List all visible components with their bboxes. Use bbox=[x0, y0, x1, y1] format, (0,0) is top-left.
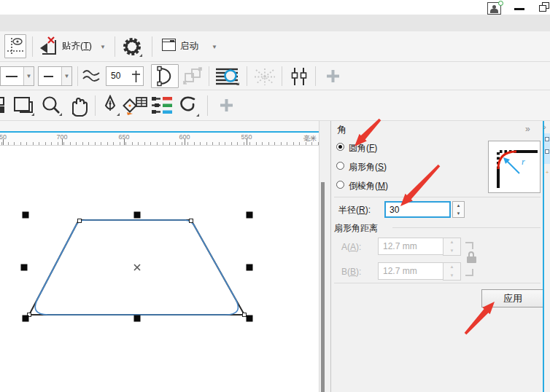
snap-menu[interactable]: 贴齐(T) bbox=[62, 41, 92, 51]
close-docker-icon[interactable]: › bbox=[543, 122, 546, 131]
outline-style-select[interactable]: ▼ bbox=[0, 66, 34, 86]
corner-docker-tab[interactable] bbox=[544, 133, 550, 164]
horizontal-ruler[interactable]: 毫米 50700650600550 bbox=[0, 133, 319, 146]
selection-handle[interactable] bbox=[23, 212, 29, 219]
restore-icon[interactable] bbox=[539, 2, 550, 12]
ruler-minor-tick bbox=[95, 142, 96, 145]
option-chamfer-corner[interactable]: 倒棱角(M) bbox=[336, 180, 388, 190]
ruler-minor-tick bbox=[8, 142, 9, 145]
drawing-canvas[interactable] bbox=[0, 146, 319, 392]
add-icon[interactable] bbox=[326, 69, 340, 83]
minimize-icon[interactable] bbox=[514, 8, 524, 10]
interactive-fill-icon[interactable] bbox=[150, 95, 174, 116]
ruler-minor-tick bbox=[39, 142, 39, 145]
ruler-minor-tick bbox=[175, 142, 176, 145]
ruler-minor-tick bbox=[51, 142, 52, 145]
ruler-minor-tick bbox=[132, 142, 133, 145]
menu-band bbox=[0, 15, 550, 31]
ruler-number: 50 bbox=[0, 133, 7, 141]
ruler-minor-tick bbox=[125, 142, 126, 145]
collapse-docker-icon[interactable]: » bbox=[525, 124, 530, 134]
ruler-minor-tick bbox=[287, 142, 287, 145]
ruler-minor-tick bbox=[163, 142, 163, 145]
ruler-number: 650 bbox=[118, 133, 129, 141]
distance-b-input[interactable] bbox=[378, 262, 444, 280]
selection-handle[interactable] bbox=[247, 315, 253, 322]
curve-node[interactable] bbox=[243, 313, 247, 317]
guidelines-visibility-button[interactable] bbox=[4, 34, 26, 58]
add-docker-icon[interactable]: + bbox=[544, 169, 550, 176]
import-close-icon bbox=[38, 36, 58, 56]
selection-handle[interactable] bbox=[247, 264, 253, 271]
shape-table-tool-icon[interactable] bbox=[123, 95, 149, 117]
selection-handle[interactable] bbox=[134, 315, 141, 322]
corner-docker-panel: 角 » 圆角(F) 扇形角(S) 倒棱角(M) r 半径(R): ▲ ▼ 扇形角… bbox=[330, 121, 543, 392]
ruler-minor-tick bbox=[187, 142, 188, 145]
pen-tool[interactable] bbox=[100, 95, 120, 117]
zoom-tool[interactable] bbox=[39, 95, 63, 117]
ruler-number: 550 bbox=[241, 133, 252, 141]
user-status-icon[interactable] bbox=[487, 2, 501, 15]
vertical-scrollbar[interactable] bbox=[319, 121, 330, 392]
ruler-minor-tick bbox=[299, 142, 300, 145]
ruler-minor-tick bbox=[237, 142, 238, 145]
ruler-minor-tick bbox=[33, 142, 34, 145]
selection-handle[interactable] bbox=[247, 212, 253, 219]
ruler-minor-tick bbox=[1, 142, 2, 145]
rectangle-tool[interactable] bbox=[12, 95, 35, 117]
outline-width-select[interactable]: ▼ bbox=[38, 66, 72, 86]
pan-tool-icon[interactable] bbox=[67, 94, 90, 117]
options-button[interactable] bbox=[121, 36, 143, 58]
distance-a-spinner: ▲▼ bbox=[443, 238, 461, 256]
starburst-icon bbox=[254, 68, 276, 86]
standard-toolbar: 贴齐(T) ▼ 启动 ▼ bbox=[0, 31, 550, 62]
smoothness-value: 50 bbox=[111, 71, 120, 81]
smoothness-stepper[interactable]: 50 bbox=[106, 66, 144, 86]
smoothness-icon bbox=[82, 68, 101, 84]
sliders-icon bbox=[289, 67, 309, 86]
selection-handle[interactable] bbox=[23, 315, 29, 322]
ruler-minor-tick bbox=[150, 142, 151, 145]
curve-node[interactable] bbox=[190, 219, 193, 223]
add-icon[interactable] bbox=[220, 98, 233, 112]
radius-symbol: r bbox=[522, 157, 525, 167]
ruler-minor-tick bbox=[63, 142, 64, 145]
chevron-down-icon: ▼ bbox=[23, 67, 34, 85]
radius-input[interactable] bbox=[384, 201, 451, 218]
ruler-number: 700 bbox=[56, 133, 67, 141]
revert-import-button[interactable] bbox=[38, 36, 58, 56]
ruler-minor-tick bbox=[70, 142, 71, 145]
radius-spinner[interactable]: ▲ ▼ bbox=[452, 201, 465, 218]
selection-handle[interactable] bbox=[21, 264, 28, 271]
snap-dropdown-arrow[interactable]: ▼ bbox=[100, 44, 106, 50]
launch-menu[interactable]: 启动 bbox=[180, 41, 198, 51]
lock-icon[interactable] bbox=[467, 251, 476, 264]
apply-button[interactable]: 应用 bbox=[481, 289, 544, 307]
spinner-down-icon[interactable]: ▼ bbox=[453, 210, 464, 218]
option-scalloped-corner[interactable]: 扇形角(S) bbox=[336, 161, 387, 171]
launch-dropdown-arrow[interactable]: ▼ bbox=[212, 44, 217, 50]
text-wrap-button[interactable] bbox=[215, 67, 240, 86]
ruler-minor-tick bbox=[225, 142, 225, 145]
ruler-number: 600 bbox=[179, 133, 190, 141]
spinner-up-icon[interactable]: ▲ bbox=[453, 202, 464, 210]
radius-label: 半径(R): bbox=[338, 204, 371, 216]
distance-a-input[interactable] bbox=[378, 238, 444, 255]
option-round-corner[interactable]: 圆角(F) bbox=[336, 142, 377, 152]
link-bracket-bottom bbox=[465, 269, 473, 276]
distance-a-label: A(A): bbox=[341, 242, 361, 252]
radio-icon bbox=[336, 181, 344, 189]
ruler-minor-tick bbox=[20, 142, 21, 145]
property-bar: ▼ ▼ 50 bbox=[0, 62, 550, 90]
curve-node[interactable] bbox=[78, 219, 82, 223]
hook-tool[interactable] bbox=[177, 94, 200, 117]
ruler-minor-tick bbox=[249, 142, 250, 145]
closed-curve-button[interactable] bbox=[151, 64, 179, 88]
scrollbar-thumb[interactable] bbox=[321, 182, 325, 392]
selected-shape[interactable] bbox=[0, 146, 319, 392]
object-center-mark[interactable] bbox=[134, 264, 140, 270]
ruler-minor-tick bbox=[76, 142, 77, 145]
ruler-minor-tick bbox=[107, 142, 108, 145]
ruler-minor-tick bbox=[58, 142, 58, 145]
selection-handle[interactable] bbox=[134, 212, 141, 219]
